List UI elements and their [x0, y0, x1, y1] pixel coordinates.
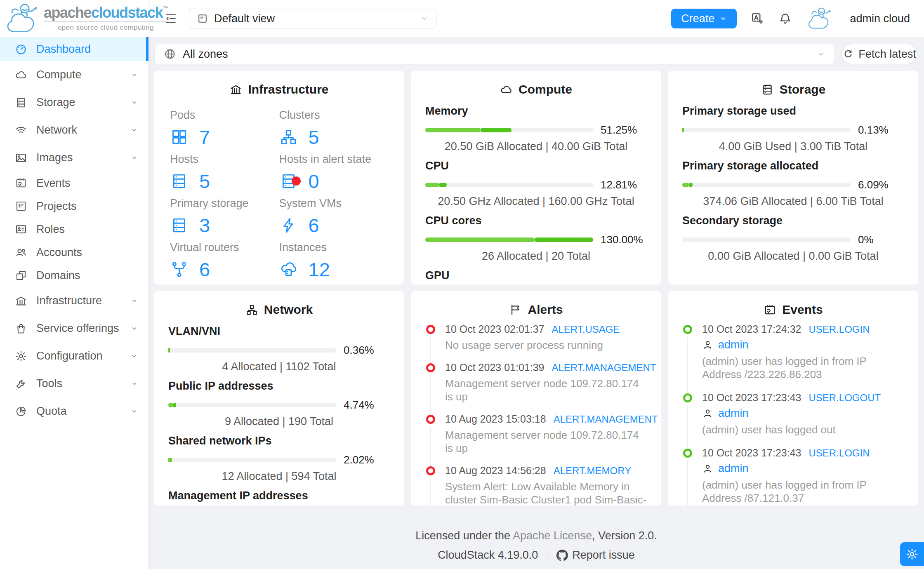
sidebar-item-tools[interactable]: Tools — [0, 370, 148, 397]
app-logo: apachecloudstack™ open source cloud comp… — [0, 0, 148, 37]
event-user-link[interactable]: admin — [718, 462, 749, 475]
chevron-down-icon — [131, 127, 138, 134]
zone-select-value: All zones — [183, 48, 228, 61]
sidebar-item-roles[interactable]: Roles — [0, 218, 148, 241]
metric-label: GPU — [425, 269, 647, 282]
metric-percent: 130.00% — [601, 233, 647, 246]
chevron-down-icon — [131, 297, 138, 304]
project-icon — [15, 200, 27, 212]
cloudstack-monkey-logo-icon — [4, 2, 44, 35]
alert-tag-link[interactable]: ALERT.MEMORY — [554, 465, 632, 477]
alert-item: 10 Aug 2023 14:56:28ALERT.MEMORY System … — [426, 465, 648, 506]
alert-message: Management server node 109.72.80.174 is … — [445, 428, 648, 455]
sidebar-item-projects[interactable]: Projects — [0, 195, 148, 218]
user-name[interactable]: admin cloud — [850, 12, 910, 25]
user-icon — [702, 463, 713, 474]
progress-bar — [425, 237, 593, 242]
stat-label: System VMs — [279, 197, 389, 210]
create-button[interactable]: Create — [671, 9, 737, 28]
card-title-text: Infrastructure — [248, 82, 328, 96]
metric-subtext: 4.00 GiB Used | 3.00 TiB Total — [682, 140, 904, 153]
footer: Licensed under the Apache License, Versi… — [148, 529, 924, 562]
stat-link-virtual-routers[interactable]: 6 — [170, 258, 279, 281]
translate-icon[interactable] — [751, 12, 764, 26]
alert-tag-link[interactable]: ALERT.MANAGEMENT — [552, 362, 656, 374]
zone-select[interactable]: All zones — [154, 44, 835, 64]
alerts-card-title: Alerts — [411, 291, 661, 317]
cloud-icon — [15, 69, 27, 81]
chevron-down-icon — [131, 71, 138, 78]
team-icon — [15, 246, 27, 259]
sidebar-item-label: Accounts — [36, 246, 82, 259]
sidebar-item-configuration[interactable]: Configuration — [0, 342, 148, 370]
sidebar-item-quota[interactable]: Quota — [0, 397, 148, 425]
sidebar-item-label: Configuration — [36, 350, 103, 362]
alerts-card: Alerts 10 Oct 2023 02:01:37ALERT.USAGE N… — [411, 291, 661, 506]
sidebar-item-infrastructure[interactable]: Infrastructure — [0, 287, 148, 315]
network-card: Network VLAN/VNI 0.36% 4 Allocated | 110… — [154, 291, 404, 506]
sidebar-item-network[interactable]: Network — [0, 116, 148, 144]
instances-icon — [279, 260, 298, 279]
sidebar-item-domains[interactable]: Domains — [0, 264, 148, 287]
logo-apache: apache — [44, 4, 91, 21]
metric-subtext: 374.06 GiB Allocated | 6.00 TiB Total — [682, 195, 904, 208]
fetch-latest-button[interactable]: Fetch latest — [842, 44, 917, 64]
logo-tagline: open source cloud computing — [44, 21, 168, 32]
metric-secondary-storage: Secondary storage 0% 0.00 GiB Allocated … — [668, 214, 918, 263]
event-tag-link[interactable]: USER.LOGIN — [808, 447, 870, 459]
event-item: 10 Oct 2023 17:24:32USER.LOGIN admin (ad… — [683, 323, 906, 381]
apache-license-link[interactable]: Apache License — [513, 529, 592, 542]
alert-tag-link[interactable]: ALERT.MANAGEMENT — [554, 414, 658, 425]
stat-link-instances[interactable]: 12 — [279, 258, 389, 281]
event-user-link[interactable]: admin — [718, 407, 749, 420]
sidebar-item-images[interactable]: Images — [0, 144, 148, 172]
sidebar-item-label: Dashboard — [36, 43, 91, 56]
project-settings-button[interactable] — [900, 542, 924, 566]
events-timeline: 10 Oct 2023 17:24:32USER.LOGIN admin (ad… — [668, 317, 918, 506]
card-title-text: Events — [782, 303, 823, 317]
progress-bar — [682, 128, 851, 132]
bank-icon — [15, 295, 27, 307]
storage-card: Storage Primary storage used 0.13% 4.00 … — [668, 71, 918, 284]
bell-icon[interactable] — [778, 12, 792, 26]
progress-bar — [682, 237, 851, 242]
sidebar-item-storage[interactable]: Storage — [0, 89, 148, 116]
event-time: 10 Oct 2023 17:23:43 — [702, 447, 801, 459]
sidebar-item-dashboard[interactable]: Dashboard — [0, 37, 148, 61]
chevron-down-icon — [131, 99, 138, 106]
sidebar-item-service-offerings[interactable]: Service offerings — [0, 315, 148, 342]
report-issue-link[interactable]: Report issue — [556, 549, 635, 562]
event-user-link[interactable]: admin — [718, 339, 749, 351]
metric-label: CPU — [425, 160, 647, 172]
event-tag-link[interactable]: USER.LOGIN — [808, 324, 870, 335]
user-avatar[interactable] — [806, 7, 836, 31]
view-select[interactable]: Default view — [189, 9, 436, 28]
event-tag-link[interactable]: USER.LOGOUT — [808, 392, 881, 404]
metric-label: Memory — [425, 105, 647, 118]
metric-percent: 2.02% — [344, 454, 390, 466]
alert-message: System Alert: Low Available Memory in cl… — [445, 480, 648, 506]
sidebar-item-compute[interactable]: Compute — [0, 61, 148, 89]
stat-label: Hosts — [170, 153, 279, 166]
database-icon — [761, 83, 774, 96]
metric-label: VLAN/VNI — [168, 325, 390, 338]
metric-cpu-cores: CPU cores 130.00% 26 Allocated | 20 Tota… — [411, 214, 661, 263]
metric-percent: 0.36% — [344, 344, 390, 357]
header-actions: Create admin cloud — [671, 7, 910, 31]
card-title-text: Compute — [519, 82, 572, 96]
metric-subtext: 0.00 GiB Allocated | 0.00 GiB Total — [682, 250, 904, 263]
sidebar-item-events[interactable]: Events — [0, 172, 148, 195]
metric-shared-network-ips: Shared network IPs 2.02% 12 Allocated | … — [154, 435, 404, 483]
chevron-down-icon — [719, 15, 727, 22]
alert-state-dot — [292, 176, 301, 186]
calendar-check-icon — [764, 303, 776, 316]
alert-tag-link[interactable]: ALERT.USAGE — [552, 324, 620, 335]
wrench-icon — [15, 378, 27, 390]
user-icon — [702, 339, 713, 350]
sidebar-item-accounts[interactable]: Accounts — [0, 241, 148, 264]
progress-bar — [168, 458, 336, 462]
create-button-label: Create — [681, 12, 714, 25]
metric-percent: 51.25% — [601, 124, 647, 136]
virtual-routers-icon — [170, 260, 189, 279]
alert-time: 10 Oct 2023 02:01:37 — [445, 323, 544, 335]
